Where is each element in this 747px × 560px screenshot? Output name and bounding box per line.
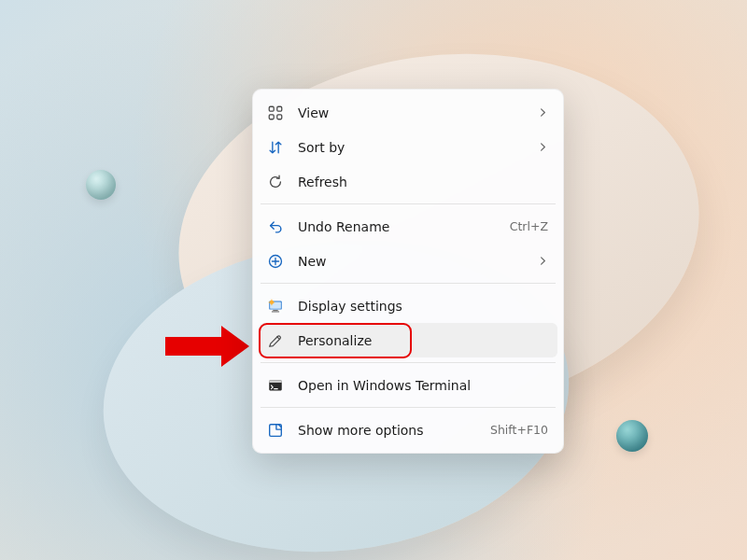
new-icon [266,252,285,271]
menu-separator [261,362,556,363]
menu-item-label: New [298,254,538,269]
menu-item-open-in-windows-terminal[interactable]: Open in Windows Terminal [259,368,557,402]
menu-item-label: Sort by [298,140,538,155]
menu-item-sort-by[interactable]: Sort by [259,130,557,164]
menu-item-shortcut: Ctrl+Z [510,219,548,233]
undo-icon [266,217,285,236]
desktop-background[interactable]: ViewSort byRefreshUndo RenameCtrl+ZNewDi… [0,0,747,560]
terminal-icon [266,376,285,395]
chevron-right-icon [538,256,548,266]
chevron-right-icon [538,107,548,118]
menu-item-refresh[interactable]: Refresh [259,164,557,199]
menu-item-label: Undo Rename [298,219,502,234]
menu-item-personalize[interactable]: Personalize [259,323,557,357]
menu-separator [261,203,556,204]
menu-item-label: Open in Windows Terminal [298,378,548,393]
menu-item-view[interactable]: View [259,95,557,130]
menu-item-label: Display settings [298,299,548,314]
decorative-sphere [86,170,116,200]
menu-item-label: Refresh [298,175,548,189]
refresh-icon [266,173,285,191]
decorative-sphere [616,420,648,452]
menu-item-undo-rename[interactable]: Undo RenameCtrl+Z [259,209,557,244]
display-icon [266,297,285,315]
menu-item-new[interactable]: New [259,244,557,278]
menu-separator [261,283,556,284]
annotation-arrow [165,326,249,367]
personalize-icon [266,331,285,350]
menu-item-display-settings[interactable]: Display settings [259,288,557,323]
menu-item-show-more-options[interactable]: Show more optionsShift+F10 [259,413,557,447]
sort-icon [266,138,285,157]
more-options-icon [266,421,285,440]
desktop-context-menu: ViewSort byRefreshUndo RenameCtrl+ZNewDi… [252,89,564,454]
menu-item-label: Show more options [298,423,483,438]
chevron-right-icon [538,142,548,152]
menu-item-shortcut: Shift+F10 [490,423,548,437]
menu-item-label: View [298,105,538,120]
grid-icon [266,104,285,122]
menu-separator [261,407,556,408]
menu-item-label: Personalize [298,333,548,348]
